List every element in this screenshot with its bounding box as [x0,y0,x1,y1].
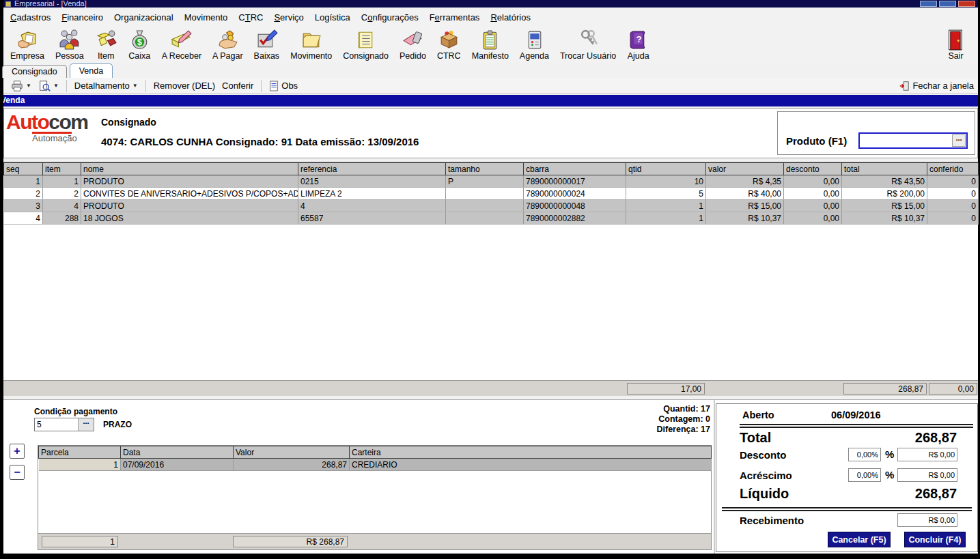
parcelas-grid-area: Parcela Data Valor Carteira 1 07/09/2016… [38,445,712,550]
toolbar-empresa-button[interactable]: Empresa [5,27,50,61]
col-item[interactable]: item [43,163,81,175]
toolbar-separator [66,80,67,92]
menu-movimento[interactable]: Movimento [179,10,234,25]
folder-icon [300,28,322,51]
menu-ctrc[interactable]: CTRC [233,10,268,25]
toolbar-separator [261,80,262,92]
conferir-button[interactable]: Conferir [219,79,257,92]
quantid-text: Quantid: 17 [656,404,710,414]
menu-cadastros[interactable]: Cadastros [5,10,56,25]
toolbar-pessoa-button[interactable]: Pessoa [50,27,89,61]
col-seq[interactable]: seq [4,163,43,175]
total-value: 268,87 [915,430,957,446]
app-window: Empresarial - [Venda] Cadastros Financei… [3,0,978,554]
toolbar-label: Consignado [343,51,389,61]
col-referencia[interactable]: referencia [298,163,446,175]
recebimento-input[interactable] [897,513,957,527]
parcelas-header-row: Parcela Data Valor Carteira [39,446,712,459]
document-header: Autocom Automação Consignado 4074: CARLO… [3,108,978,158]
remover-button[interactable]: Remover (DEL) [150,79,219,92]
toolbar-label: CTRC [437,51,461,61]
col-valor[interactable]: Valor [234,446,350,459]
fechar-janela-button[interactable]: Fechar a janela [899,81,974,91]
menu-logistica[interactable]: Logística [309,10,356,25]
col-desconto[interactable]: desconto [784,163,842,175]
preview-button[interactable]: ▼ [35,78,62,94]
printer-icon [11,80,23,92]
toolbar-baixas-button[interactable]: Baixas [249,27,285,61]
menu-financeiro[interactable]: Financeiro [56,10,109,25]
menu-servico[interactable]: Serviço [268,10,309,25]
toolbar-ajuda-button[interactable]: ? Ajuda [621,27,655,61]
desconto-valor-input[interactable] [897,448,957,461]
minimize-button[interactable] [920,1,937,7]
menu-ferramentas[interactable]: Ferramentas [424,10,486,25]
toolbar-pedido-button[interactable]: Pedido [394,27,432,61]
toolbar-ctrc-button[interactable]: CTRC [432,27,466,61]
toolbar-consignado-button[interactable]: Consignado [337,27,394,61]
tab-venda[interactable]: Venda [70,63,113,78]
acrescimo-pct-input[interactable] [848,468,881,482]
toolbar-manifesto-button[interactable]: Manifesto [466,27,514,61]
add-parcela-button[interactable]: + [10,444,25,459]
recebimento-label: Recebimento [740,515,804,526]
tab-consignado[interactable]: Consignado [2,65,67,78]
autocom-logo: Autocom Automação [6,113,88,143]
menu-organizacional[interactable]: Organizacional [109,10,179,25]
cancelar-button[interactable]: Cancelar (F5) [828,532,891,547]
remove-parcela-button[interactable]: − [10,465,25,480]
money-bag-icon: $ [128,28,151,51]
total-conferido-box: 0,00 [929,383,977,395]
condicao-browse-button[interactable]: ... [78,418,94,431]
produto-panel: Produto (F1) ... [777,111,975,155]
checkmark-pen-icon [255,28,278,51]
items-table: seq item nome referencia tamanho cbarra … [3,162,979,225]
keys-icon [577,28,600,51]
acrescimo-valor-input[interactable] [897,468,957,482]
toolbar-caixa-button[interactable]: $ Caixa [123,27,156,61]
grid-totals-strip: 17,00 268,87 0,00 [3,380,978,396]
condicao-pagamento-field: ... [34,418,94,431]
toolbar-agenda-button[interactable]: Agenda [514,27,555,61]
col-total[interactable]: total [842,163,927,175]
col-cbarra[interactable]: cbarra [524,163,626,175]
col-parcela[interactable]: Parcela [39,446,121,459]
print-button[interactable]: ▼ [8,78,35,94]
col-qtid[interactable]: qtid [626,163,706,175]
toolbar-areceber-button[interactable]: A Receber [156,27,207,61]
condicao-nome: PRAZO [103,420,132,429]
chevron-down-icon: ▼ [53,83,59,89]
condicao-pagamento-input[interactable] [35,418,77,431]
form-caption: Venda [3,95,25,106]
obs-document-icon [269,81,279,91]
concluir-button[interactable]: Concluir (F4) [904,532,966,547]
desconto-pct-input[interactable] [848,448,881,461]
toolbar-label: Manifesto [472,51,509,61]
restore-button[interactable] [939,1,956,7]
detalhamento-button[interactable]: Detalhamento▼ [71,79,141,92]
toolbar-sair-button[interactable]: Sair [939,27,972,61]
toolbar-item-button[interactable]: Item [89,27,123,61]
percent-sign: % [885,448,894,460]
toolbar-trocar-usuario-button[interactable]: Trocar Usuário [555,27,621,61]
chevron-down-icon: ▼ [132,83,138,89]
col-data[interactable]: Data [121,446,234,459]
toolbar-label: Agenda [520,51,549,61]
col-carteira[interactable]: Carteira [350,446,712,459]
menu-relatorios[interactable]: Relatórios [485,10,536,25]
summary-panel: Aberto 06/09/2016 Total 268,87 Desconto … [716,403,978,552]
toolbar-apagar-button[interactable]: A Pagar [207,27,248,61]
col-conferido[interactable]: conferido [927,163,979,175]
produto-browse-button[interactable]: ... [952,134,966,147]
toolbar-label: Sair [948,51,963,61]
svg-text:$: $ [137,38,142,47]
col-valor[interactable]: valor [706,163,784,175]
toolbar-movimento-button[interactable]: Movimento [285,27,337,61]
produto-label: Produto (F1) [786,135,847,147]
produto-input[interactable] [860,134,951,147]
col-tamanho[interactable]: tamanho [446,163,524,175]
menu-configuracoes[interactable]: Configurações [356,10,424,25]
close-button[interactable] [958,1,975,7]
obs-button[interactable]: Obs [266,79,301,93]
col-nome[interactable]: nome [81,163,298,175]
